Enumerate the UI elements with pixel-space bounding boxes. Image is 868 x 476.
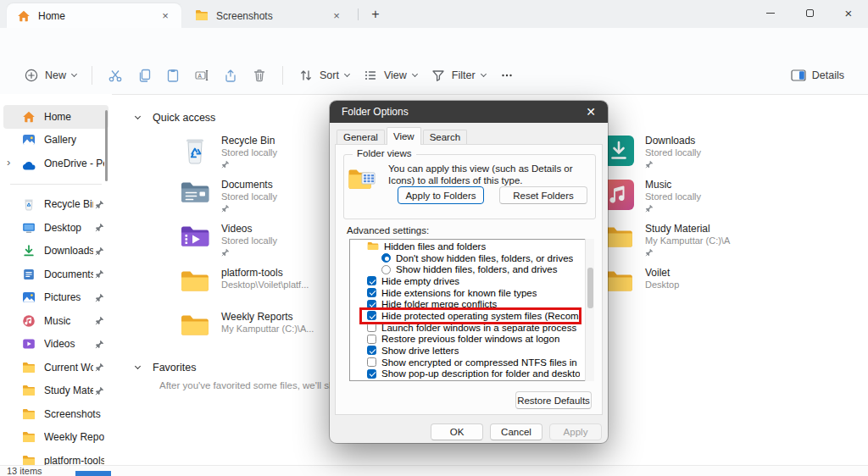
details-pane-button[interactable]: Details	[784, 64, 851, 86]
checkbox-icon[interactable]	[367, 311, 376, 320]
tab-close-icon[interactable]: ×	[329, 8, 344, 24]
sidebar-item-platform-tools[interactable]: › platform-tools	[0, 449, 112, 465]
pin-icon	[95, 246, 104, 256]
details-label: Details	[812, 69, 844, 81]
folder-icon	[22, 407, 36, 421]
advanced-option-don-t-show-hidden-files-folders-or-drives[interactable]: Don't show hidden files, folders, or dri…	[350, 252, 593, 264]
chevron-down-icon[interactable]	[135, 113, 141, 119]
filter-label: Filter	[452, 69, 476, 81]
checkbox-icon[interactable]	[367, 323, 376, 332]
sidebar-item-desktop[interactable]: › Desktop	[0, 216, 112, 240]
file-item-downloads[interactable]: Downloads Stored locally	[604, 134, 858, 178]
new-tab-button[interactable]: +	[364, 3, 387, 25]
sort-button[interactable]: Sort	[292, 63, 356, 88]
rename-button[interactable]: A	[187, 63, 216, 88]
sidebar-item-gallery[interactable]: › Gallery	[0, 129, 112, 152]
more-options-button[interactable]	[492, 63, 521, 88]
radio-icon[interactable]	[381, 253, 391, 263]
reset-folders-button[interactable]: Reset Folders	[499, 186, 587, 204]
cut-button[interactable]	[101, 63, 130, 88]
advanced-option-restore-previous-folder-windows-at-logon[interactable]: Restore previous folder windows at logon	[350, 333, 593, 345]
plus-circle-icon	[24, 68, 39, 83]
view-label: View	[384, 69, 407, 81]
dialog-tab-view[interactable]: View	[387, 127, 421, 145]
advanced-option-hide-folder-merge-conflicts[interactable]: Hide folder merge conflicts	[350, 298, 593, 310]
file-item-voilet[interactable]: Voilet Desktop	[604, 266, 858, 310]
sidebar-item-pictures[interactable]: › Pictures	[0, 286, 112, 310]
sidebar-item-documents[interactable]: › Documents	[0, 263, 112, 286]
file-item-music[interactable]: Music Stored locally	[604, 178, 858, 222]
checkbox-icon[interactable]	[367, 335, 376, 344]
view-button[interactable]: View	[356, 63, 424, 88]
downloads-lg-icon	[604, 136, 634, 166]
sidebar-item-screenshots[interactable]: › Screenshots	[0, 402, 112, 426]
dialog-close-icon[interactable]: ✕	[582, 105, 599, 119]
delete-button[interactable]	[245, 63, 274, 88]
chevron-down-icon	[71, 71, 77, 77]
advanced-option-show-drive-letters[interactable]: Show drive letters	[350, 345, 593, 357]
sidebar-item-downloads[interactable]: › Downloads	[0, 240, 112, 263]
tab-home[interactable]: Home ×	[7, 3, 181, 28]
sidebar-item-onedrive-pers[interactable]: › OneDrive - Pers	[0, 152, 112, 175]
sidebar-item-music[interactable]: › Music	[0, 309, 112, 333]
checkbox-icon[interactable]	[367, 300, 376, 309]
sort-label: Sort	[320, 69, 339, 81]
command-toolbar: New A Sort View Filter Details	[0, 57, 868, 95]
dialog-tab-general[interactable]: General	[337, 130, 385, 145]
apply-button[interactable]: Apply	[549, 423, 602, 440]
favorites-header[interactable]: Favorites	[136, 362, 196, 374]
sidebar-item-study-materi[interactable]: › Study Materi	[0, 379, 112, 403]
advanced-option-show-pop-up-description-for-folder-and-desktop-items[interactable]: Show pop-up description for folder and d…	[350, 368, 593, 379]
apply-to-folders-button[interactable]: Apply to Folders	[398, 186, 484, 204]
checkbox-icon[interactable]	[367, 276, 376, 285]
filter-button[interactable]: Filter	[424, 63, 492, 88]
file-item-study-material[interactable]: Study Material My Kamputtar (C:)\A	[604, 222, 858, 266]
advanced-option-launch-folder-windows-in-a-separate-process[interactable]: Launch folder windows in a separate proc…	[350, 322, 593, 334]
advanced-option-show-hidden-files-folders-and-drives[interactable]: Show hidden files, folders, and drives	[350, 263, 593, 275]
folder-icon[interactable]	[367, 241, 379, 251]
dialog-tab-search[interactable]: Search	[423, 130, 467, 145]
chevron-down-icon	[481, 71, 487, 77]
close-button[interactable]: ×	[829, 0, 868, 25]
tab-screenshots[interactable]: Screenshots ×	[185, 3, 353, 28]
paste-button[interactable]	[159, 63, 187, 88]
filter-icon	[431, 68, 446, 83]
tab-screenshots-label: Screenshots	[216, 10, 273, 22]
maximize-button[interactable]	[790, 0, 829, 25]
documents-lg-icon	[180, 180, 210, 210]
ok-button[interactable]: OK	[431, 423, 483, 440]
svg-text:A: A	[198, 73, 203, 79]
chevron-right-icon[interactable]: ›	[7, 156, 10, 169]
minimize-button[interactable]	[751, 0, 790, 25]
cancel-button[interactable]: Cancel	[490, 423, 542, 440]
scrollbar-thumb[interactable]	[587, 268, 593, 308]
pictures-icon	[22, 291, 36, 304]
dialog-title-bar[interactable]: Folder Options ✕	[330, 101, 608, 123]
sidebar-scrollbar[interactable]	[105, 110, 108, 181]
advanced-option-show-encrypted-or-compressed-ntfs-files-in-color[interactable]: Show encrypted or compressed NTFS files …	[350, 357, 593, 368]
checkbox-icon[interactable]	[367, 369, 376, 379]
sidebar-item-weekly-reports[interactable]: › Weekly Reports	[0, 426, 112, 450]
new-button[interactable]: New	[17, 63, 83, 88]
minimize-icon	[766, 13, 775, 14]
advanced-option-hide-empty-drives[interactable]: Hide empty drives	[350, 275, 593, 287]
tab-close-icon[interactable]: ×	[158, 8, 173, 24]
restore-defaults-button[interactable]: Restore Defaults	[515, 391, 592, 409]
checkbox-icon[interactable]	[367, 346, 376, 355]
checkbox-icon[interactable]	[367, 357, 376, 367]
advanced-option-hide-protected-operating-system-files-recommended[interactable]: Hide protected operating system files (R…	[350, 310, 593, 322]
copy-button[interactable]	[130, 63, 159, 88]
quick-access-header[interactable]: Quick access	[136, 112, 215, 124]
advanced-option-hide-extensions-for-known-file-types[interactable]: Hide extensions for known file types	[350, 287, 593, 299]
chevron-down-icon[interactable]	[135, 363, 141, 369]
radio-icon[interactable]	[381, 265, 391, 274]
advanced-option-hidden-files-and-folders[interactable]: Hidden files and folders	[350, 241, 593, 252]
copy-icon	[136, 68, 152, 83]
sidebar-item-current-worl[interactable]: › Current Worl	[0, 356, 112, 379]
list-scrollbar[interactable]	[585, 239, 594, 381]
share-button[interactable]	[216, 63, 245, 88]
sidebar-item-videos[interactable]: › Videos	[0, 333, 112, 357]
checkbox-icon[interactable]	[367, 288, 376, 297]
sidebar-item-recycle-bin[interactable]: › Recycle Bin	[0, 193, 112, 217]
sidebar-item-home[interactable]: › Home	[3, 105, 108, 129]
